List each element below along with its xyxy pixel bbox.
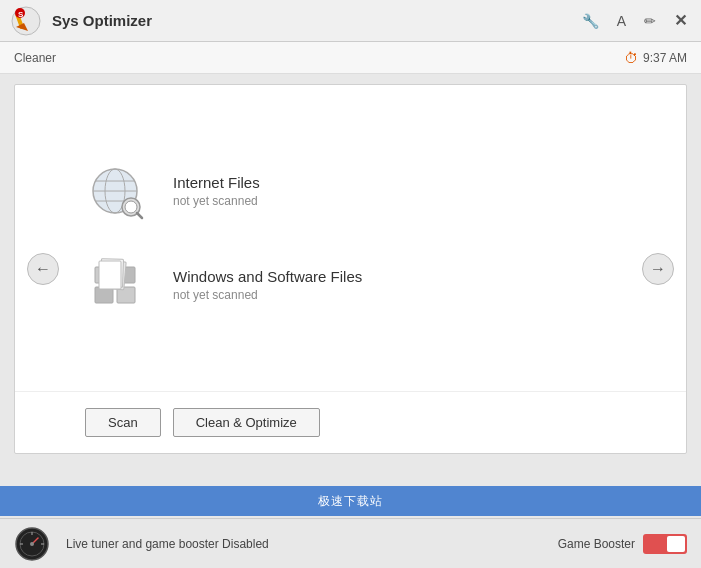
svg-line-12 bbox=[137, 213, 142, 218]
wrench-button[interactable]: 🔧 bbox=[578, 11, 603, 31]
section-label: Cleaner bbox=[14, 51, 56, 65]
nav-right-button[interactable]: → bbox=[642, 253, 674, 285]
windows-files-title: Windows and Software Files bbox=[173, 268, 362, 285]
main-content-area: ← Internet Files bbox=[14, 84, 687, 454]
svg-rect-19 bbox=[99, 261, 121, 289]
time-value: 9:37 AM bbox=[643, 51, 687, 65]
windows-files-info: Windows and Software Files not yet scann… bbox=[173, 268, 362, 302]
svg-point-26 bbox=[30, 542, 34, 546]
game-booster-section: Game Booster bbox=[558, 534, 687, 554]
app-title: Sys Optimizer bbox=[52, 12, 578, 29]
live-tuner-text: Live tuner and game booster Disabled bbox=[66, 537, 542, 551]
title-bar: S Sys Optimizer 🔧 A ✏ ✕ bbox=[0, 0, 701, 42]
clock-icon: ⏱ bbox=[624, 50, 638, 66]
svg-text:S: S bbox=[18, 10, 24, 19]
edit-button[interactable]: ✏ bbox=[640, 11, 660, 31]
internet-files-item: Internet Files not yet scanned bbox=[85, 159, 616, 223]
font-button[interactable]: A bbox=[613, 11, 630, 31]
close-button[interactable]: ✕ bbox=[670, 9, 691, 32]
items-container: Internet Files not yet scanned bbox=[15, 85, 686, 391]
title-icons: 🔧 A ✏ ✕ bbox=[578, 9, 691, 32]
windows-files-icon bbox=[85, 253, 149, 317]
game-booster-toggle[interactable] bbox=[643, 534, 687, 554]
status-bar: Live tuner and game booster Disabled Gam… bbox=[0, 518, 701, 568]
watermark: 极速下载站 bbox=[0, 486, 701, 516]
buttons-area: Scan Clean & Optimize bbox=[15, 391, 686, 453]
scan-button[interactable]: Scan bbox=[85, 408, 161, 437]
internet-files-status: not yet scanned bbox=[173, 194, 260, 208]
toggle-thumb bbox=[667, 536, 685, 552]
clean-optimize-button[interactable]: Clean & Optimize bbox=[173, 408, 320, 437]
speedometer-icon bbox=[14, 526, 50, 562]
game-booster-label: Game Booster bbox=[558, 537, 635, 551]
internet-files-title: Internet Files bbox=[173, 174, 260, 191]
windows-files-item: Windows and Software Files not yet scann… bbox=[85, 253, 616, 317]
windows-files-status: not yet scanned bbox=[173, 288, 362, 302]
nav-left-button[interactable]: ← bbox=[27, 253, 59, 285]
time-display: ⏱ 9:37 AM bbox=[624, 50, 687, 66]
internet-files-icon bbox=[85, 159, 149, 223]
app-logo: S bbox=[10, 5, 42, 37]
internet-files-info: Internet Files not yet scanned bbox=[173, 174, 260, 208]
nav-bar: Cleaner ⏱ 9:37 AM bbox=[0, 42, 701, 74]
svg-point-11 bbox=[125, 201, 137, 213]
